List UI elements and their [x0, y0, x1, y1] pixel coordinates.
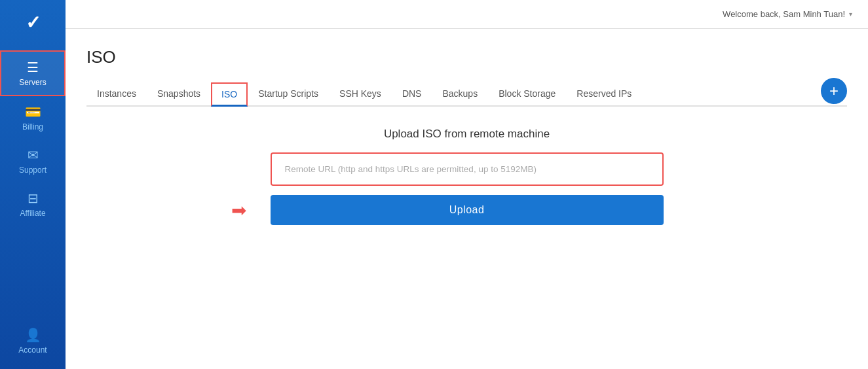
- tab-snapshots[interactable]: Snapshots: [147, 82, 211, 107]
- upload-section: Upload ISO from remote machine ➡ Upload: [271, 128, 664, 225]
- main-content: Welcome back, Sam Minh Tuan! ▾ ISO Insta…: [66, 0, 868, 369]
- topbar-user[interactable]: Welcome back, Sam Minh Tuan! ▾: [723, 9, 852, 19]
- tab-instances[interactable]: Instances: [86, 82, 147, 107]
- account-icon: 👤: [25, 327, 41, 343]
- content-area: ISO Instances Snapshots ISO Startup Scri…: [66, 29, 868, 369]
- sidebar-item-servers[interactable]: ☰ Servers: [0, 50, 66, 96]
- tab-iso[interactable]: ISO: [211, 82, 248, 107]
- sidebar-item-label: Support: [19, 166, 47, 175]
- sidebar-item-support[interactable]: ✉ Support: [0, 139, 66, 183]
- sidebar-item-label: Billing: [22, 122, 43, 132]
- billing-icon: 💳: [25, 104, 41, 120]
- sidebar: ✓ ☰ Servers 💳 Billing ✉ Support ⊟ Affili…: [0, 0, 66, 369]
- topbar: Welcome back, Sam Minh Tuan! ▾: [66, 0, 868, 29]
- logo-icon: ✓: [26, 7, 41, 39]
- chevron-down-icon: ▾: [849, 10, 852, 18]
- tabs-bar: Instances Snapshots ISO Startup Scripts …: [86, 82, 847, 107]
- tab-ssh-keys[interactable]: SSH Keys: [329, 82, 392, 107]
- url-input-wrapper: [271, 152, 664, 186]
- sidebar-item-billing[interactable]: 💳 Billing: [0, 96, 66, 139]
- upload-button[interactable]: Upload: [271, 195, 664, 225]
- arrow-row: ➡ Upload: [271, 195, 664, 225]
- tab-startup-scripts[interactable]: Startup Scripts: [248, 82, 329, 107]
- sidebar-item-label: Servers: [19, 78, 46, 87]
- add-button[interactable]: +: [821, 78, 847, 104]
- tab-backups[interactable]: Backups: [432, 82, 488, 107]
- tab-dns[interactable]: DNS: [392, 82, 432, 107]
- servers-icon: ☰: [27, 60, 39, 75]
- url-input[interactable]: [276, 158, 658, 181]
- tab-block-storage[interactable]: Block Storage: [488, 82, 566, 107]
- sidebar-item-account[interactable]: 👤 Account: [0, 319, 66, 362]
- affiliate-icon: ⊟: [28, 190, 39, 206]
- support-icon: ✉: [28, 147, 39, 163]
- tab-reserved-ips[interactable]: Reserved IPs: [566, 82, 642, 107]
- sidebar-item-label: Account: [18, 345, 47, 355]
- upload-title: Upload ISO from remote machine: [271, 128, 664, 141]
- sidebar-item-affiliate[interactable]: ⊟ Affiliate: [0, 183, 66, 226]
- page-title: ISO: [86, 47, 847, 67]
- arrow-icon: ➡: [231, 200, 246, 221]
- sidebar-item-label: Affiliate: [20, 209, 45, 218]
- welcome-text: Welcome back, Sam Minh Tuan!: [723, 9, 845, 19]
